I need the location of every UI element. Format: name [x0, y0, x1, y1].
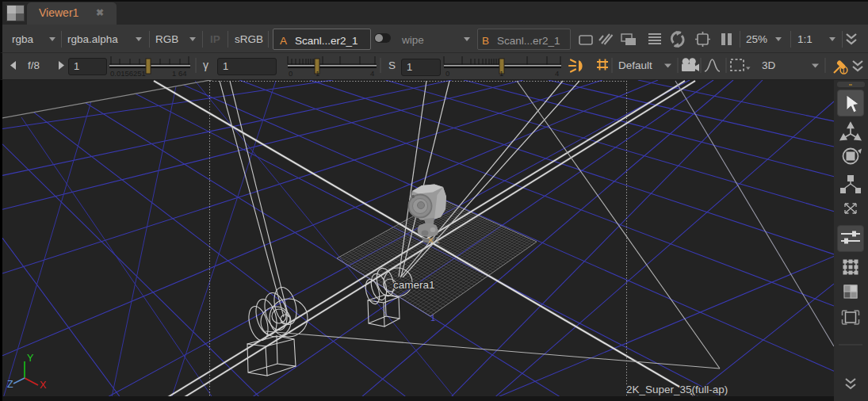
svg-text:1: 1 — [430, 313, 435, 323]
svg-text:Z: Z — [7, 379, 13, 390]
svg-text:Y: Y — [27, 353, 34, 364]
svg-text:X: X — [40, 380, 47, 391]
svg-text:2K_Super_35(full-ap): 2K_Super_35(full-ap) — [626, 384, 728, 395]
svg-text:1: 1 — [435, 235, 440, 245]
svg-text:camera1: camera1 — [393, 279, 435, 291]
